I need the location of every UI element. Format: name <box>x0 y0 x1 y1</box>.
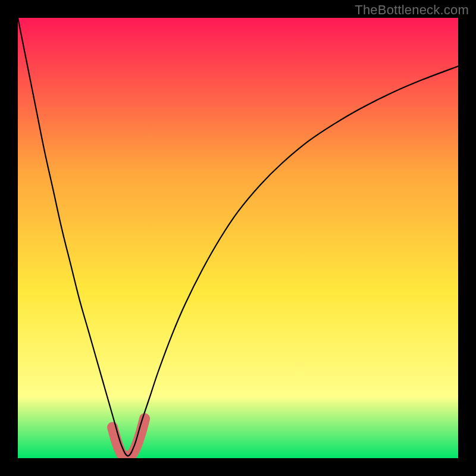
gradient-background <box>18 18 458 458</box>
plot-svg <box>18 18 458 458</box>
watermark-text: TheBottleneck.com <box>355 2 469 18</box>
plot-area <box>18 18 458 458</box>
chart-frame: TheBottleneck.com <box>0 0 476 476</box>
